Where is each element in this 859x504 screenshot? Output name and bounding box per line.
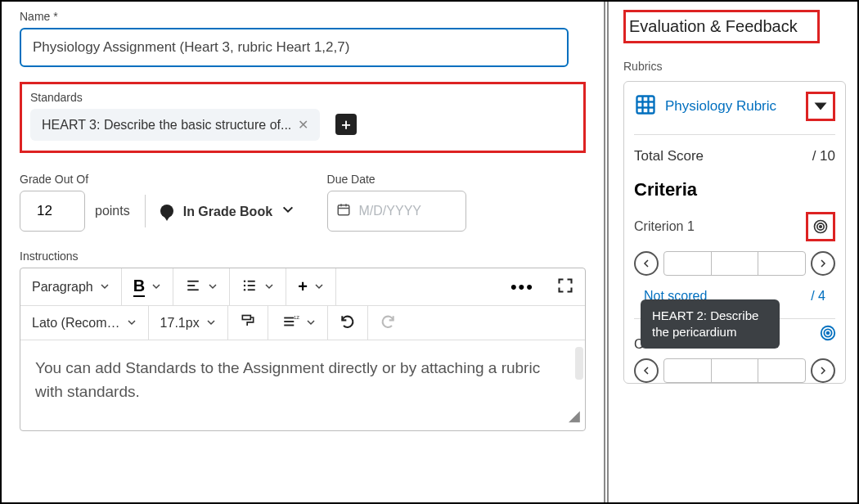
editor-toolbar-2: Lato (Recom… 17.1px 123 — [20, 306, 585, 340]
chevron-down-icon — [127, 316, 137, 331]
expand-icon — [557, 277, 573, 297]
svg-marker-23 — [815, 103, 827, 110]
insert-dropdown[interactable]: + — [286, 268, 336, 305]
total-score-row: Total Score / 10 — [634, 148, 835, 164]
svg-point-29 — [827, 332, 830, 335]
criterion-1-label: Criterion 1 — [634, 219, 695, 234]
fontsize-dropdown[interactable]: 17.1px — [149, 306, 228, 340]
grade-input[interactable] — [20, 191, 85, 232]
assignment-form: Name * Standards HEART 3: Describe the b… — [2, 2, 604, 502]
criterion-2-standard-icon[interactable] — [819, 324, 837, 345]
lineheight-button[interactable]: 123 — [268, 306, 328, 340]
paint-icon — [240, 313, 256, 333]
scale-prev-button[interactable] — [634, 251, 659, 276]
chevron-down-icon — [306, 316, 316, 331]
standards-label: Standards — [30, 91, 575, 104]
standard-tag-text: HEART 3: Describe the basic structure of… — [42, 118, 291, 133]
remove-standard-icon[interactable]: ✕ — [298, 117, 308, 133]
svg-rect-13 — [242, 315, 250, 319]
grade-label: Grade Out Of — [20, 173, 295, 186]
editor-body[interactable]: You can add Standards to the Assignment … — [20, 340, 585, 430]
fullscreen-button[interactable] — [546, 268, 585, 305]
scale-next-button[interactable] — [811, 251, 835, 276]
bold-dropdown[interactable]: B — [122, 268, 173, 305]
standards-section: Standards HEART 3: Describe the basic st… — [20, 82, 586, 153]
align-dropdown[interactable] — [173, 268, 230, 305]
font-dropdown[interactable]: Lato (Recom… — [20, 306, 149, 340]
undo-icon — [340, 313, 356, 333]
lineheight-icon: 123 — [280, 314, 299, 332]
scale-next-button[interactable] — [811, 358, 835, 383]
svg-text:123: 123 — [294, 315, 299, 320]
bold-icon: B — [133, 277, 145, 297]
criterion-max: / 4 — [811, 289, 825, 304]
chevron-down-icon — [206, 316, 216, 331]
due-label: Due Date — [327, 173, 466, 186]
editor-toolbar-1: Paragraph B + ••• — [20, 268, 585, 306]
list-dropdown[interactable] — [230, 268, 286, 305]
criterion-1-scale — [634, 251, 835, 276]
list-icon — [241, 278, 258, 296]
grade-due-row: Grade Out Of points In Grade Book Due Da… — [20, 164, 586, 232]
rubric-grid-icon — [634, 93, 657, 119]
points-text: points — [95, 204, 130, 218]
undo-button[interactable] — [328, 306, 368, 340]
chevron-down-icon — [314, 280, 324, 295]
resize-grip-icon[interactable]: ◢ — [569, 405, 580, 427]
evaluation-title: Evaluation & Feedback — [623, 10, 820, 43]
criterion-standard-button[interactable] — [806, 212, 835, 241]
rubrics-label: Rubrics — [623, 60, 846, 73]
standard-tooltip: HEART 2: Describe the pericardium — [641, 299, 780, 349]
svg-rect-18 — [637, 97, 654, 114]
expand-rubric-button[interactable] — [806, 92, 835, 121]
scale-segments[interactable] — [663, 251, 806, 276]
name-input[interactable] — [20, 28, 569, 67]
rubric-name-link[interactable]: Physiology Rubric — [665, 98, 776, 115]
more-button[interactable]: ••• — [499, 268, 546, 305]
svg-point-8 — [244, 284, 245, 286]
evaluation-panel: Evaluation & Feedback Rubrics Physiology… — [604, 2, 857, 502]
separator — [145, 195, 146, 227]
svg-point-9 — [244, 289, 245, 290]
plus-icon: + — [298, 277, 308, 296]
scale-prev-button[interactable] — [634, 358, 659, 383]
ribbon-icon — [160, 205, 173, 218]
scrollbar[interactable] — [575, 347, 583, 380]
format-paint-button[interactable] — [228, 306, 268, 340]
chevron-down-icon — [100, 280, 110, 295]
svg-point-7 — [244, 280, 245, 281]
chevron-down-icon — [151, 280, 161, 295]
name-label: Name * — [20, 10, 586, 23]
paragraph-dropdown[interactable]: Paragraph — [20, 268, 122, 305]
svg-point-26 — [820, 226, 822, 228]
chevron-down-icon — [208, 280, 218, 295]
criterion-2-scale — [634, 358, 835, 383]
redo-icon — [380, 313, 396, 333]
chevron-down-icon — [281, 203, 295, 219]
due-date-input[interactable]: M/D/YYYY — [327, 191, 466, 232]
redo-button[interactable] — [368, 306, 407, 340]
standard-tag[interactable]: HEART 3: Describe the basic structure of… — [30, 109, 320, 141]
chevron-down-icon — [264, 280, 274, 295]
instructions-label: Instructions — [20, 250, 586, 263]
gradebook-toggle[interactable]: In Grade Book — [183, 203, 295, 219]
align-icon — [185, 278, 201, 296]
rubric-card: Physiology Rubric Total Score / 10 Crite… — [623, 81, 846, 384]
criteria-heading: Criteria — [634, 179, 835, 200]
dots-icon: ••• — [510, 277, 534, 298]
svg-rect-0 — [338, 205, 349, 215]
calendar-icon — [336, 202, 351, 220]
rich-text-editor: Paragraph B + ••• Lato (Recom… 17.1px 12… — [20, 268, 586, 431]
due-placeholder: M/D/YYYY — [359, 204, 421, 218]
scale-segments[interactable] — [663, 358, 806, 383]
add-standard-button[interactable]: ＋ — [335, 114, 357, 135]
